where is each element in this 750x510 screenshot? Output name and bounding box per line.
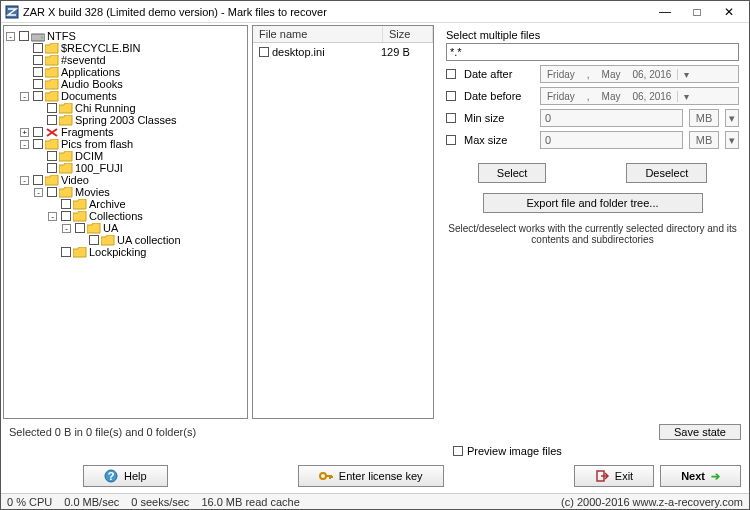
filter-title: Select multiple files [446, 29, 739, 41]
node-checkbox[interactable] [89, 235, 99, 245]
folder-icon [59, 103, 73, 114]
node-checkbox[interactable] [47, 115, 57, 125]
node-checkbox[interactable] [47, 163, 57, 173]
expand-toggle[interactable]: - [20, 176, 29, 185]
tree-node[interactable]: Applications [6, 66, 245, 78]
status-mbs: 0.0 MB/sec [64, 496, 119, 508]
node-label: Spring 2003 Classes [75, 114, 177, 126]
tree-node[interactable]: 100_FUJI [6, 162, 245, 174]
node-checkbox[interactable] [19, 31, 29, 41]
min-size-unit-dropdown[interactable]: ▾ [725, 109, 739, 127]
tree-node[interactable]: #seventd [6, 54, 245, 66]
folder-icon [73, 199, 87, 210]
max-size-unit-dropdown[interactable]: ▾ [725, 131, 739, 149]
expand-toggle[interactable]: - [48, 212, 57, 221]
save-state-button[interactable]: Save state [659, 424, 741, 440]
help-button[interactable]: ? Help [83, 465, 168, 487]
expand-toggle[interactable]: - [62, 224, 71, 233]
node-checkbox[interactable] [47, 187, 57, 197]
column-header-filename[interactable]: File name [253, 26, 383, 42]
tree-node[interactable]: Chi Running [6, 102, 245, 114]
filter-panel: Select multiple files Date after Friday,… [438, 25, 747, 419]
file-list-panel[interactable]: File name Size desktop.ini 129 B [252, 25, 434, 419]
tree-node[interactable]: - Pics from flash [6, 138, 245, 150]
date-before-checkbox[interactable] [446, 91, 456, 101]
folder-icon [59, 151, 73, 162]
export-tree-button[interactable]: Export file and folder tree... [483, 193, 703, 213]
select-button[interactable]: Select [478, 163, 547, 183]
node-label: Lockpicking [89, 246, 146, 258]
maximize-button[interactable]: □ [681, 2, 713, 22]
max-size-checkbox[interactable] [446, 135, 456, 145]
node-checkbox[interactable] [33, 55, 43, 65]
expand-toggle[interactable]: - [20, 92, 29, 101]
calendar-icon[interactable]: ▾ [677, 69, 691, 80]
node-checkbox[interactable] [75, 223, 85, 233]
date-before-picker[interactable]: Friday, May06, 2016 ▾ [540, 87, 739, 105]
node-checkbox[interactable] [33, 79, 43, 89]
node-label: Collections [89, 210, 143, 222]
date-after-checkbox[interactable] [446, 69, 456, 79]
tree-node[interactable]: DCIM [6, 150, 245, 162]
node-checkbox[interactable] [33, 67, 43, 77]
node-checkbox[interactable] [33, 43, 43, 53]
tree-node[interactable]: - Movies [6, 186, 245, 198]
exit-button[interactable]: Exit [574, 465, 654, 487]
node-label: Archive [89, 198, 126, 210]
node-label: Pics from flash [61, 138, 133, 150]
node-checkbox[interactable] [47, 151, 57, 161]
tree-node[interactable]: - Documents [6, 90, 245, 102]
tree-node[interactable]: - Video [6, 174, 245, 186]
node-label: Fragments [61, 126, 114, 138]
node-checkbox[interactable] [47, 103, 57, 113]
folder-icon [45, 55, 59, 66]
tree-node[interactable]: Audio Books [6, 78, 245, 90]
file-mask-input[interactable] [446, 43, 739, 61]
tree-node[interactable]: - UA [6, 222, 245, 234]
node-checkbox[interactable] [33, 127, 43, 137]
tree-node[interactable]: + Fragments [6, 126, 245, 138]
enter-license-button[interactable]: Enter license key [298, 465, 444, 487]
min-size-checkbox[interactable] [446, 113, 456, 123]
file-name: desktop.ini [272, 46, 378, 58]
min-size-input[interactable]: 0 [540, 109, 683, 127]
calendar-icon[interactable]: ▾ [677, 91, 691, 102]
date-before-label: Date before [464, 90, 534, 102]
column-header-size[interactable]: Size [383, 26, 433, 42]
node-label: UA [103, 222, 118, 234]
preview-label: Preview image files [467, 445, 562, 457]
tree-node[interactable]: UA collection [6, 234, 245, 246]
arrow-right-icon: ➔ [711, 470, 720, 483]
tree-node[interactable]: - Collections [6, 210, 245, 222]
node-checkbox[interactable] [61, 199, 71, 209]
file-checkbox[interactable] [259, 47, 269, 57]
expand-toggle[interactable]: - [6, 32, 15, 41]
node-checkbox[interactable] [61, 211, 71, 221]
date-after-picker[interactable]: Friday, May06, 2016 ▾ [540, 65, 739, 83]
expand-toggle[interactable]: - [34, 188, 43, 197]
max-size-input[interactable]: 0 [540, 131, 683, 149]
folder-icon [45, 91, 59, 102]
node-checkbox[interactable] [33, 91, 43, 101]
node-checkbox[interactable] [33, 139, 43, 149]
folder-icon [59, 187, 73, 198]
close-button[interactable]: ✕ [713, 2, 745, 22]
status-cache: 16.0 MB read cache [201, 496, 299, 508]
tree-node[interactable]: Archive [6, 198, 245, 210]
tree-node[interactable]: Lockpicking [6, 246, 245, 258]
folder-tree-panel[interactable]: - NTFS $RECYCLE.BIN #seventd Application… [3, 25, 248, 419]
file-row[interactable]: desktop.ini 129 B [255, 45, 431, 59]
tree-node[interactable]: - NTFS [6, 30, 245, 42]
tree-node[interactable]: Spring 2003 Classes [6, 114, 245, 126]
folder-icon [73, 247, 87, 258]
node-checkbox[interactable] [33, 175, 43, 185]
node-checkbox[interactable] [61, 247, 71, 257]
preview-checkbox[interactable] [453, 446, 463, 456]
help-icon: ? [104, 469, 118, 483]
next-button[interactable]: Next ➔ [660, 465, 741, 487]
expand-toggle[interactable]: - [20, 140, 29, 149]
minimize-button[interactable]: — [649, 2, 681, 22]
deselect-button[interactable]: Deselect [626, 163, 707, 183]
tree-node[interactable]: $RECYCLE.BIN [6, 42, 245, 54]
expand-toggle[interactable]: + [20, 128, 29, 137]
